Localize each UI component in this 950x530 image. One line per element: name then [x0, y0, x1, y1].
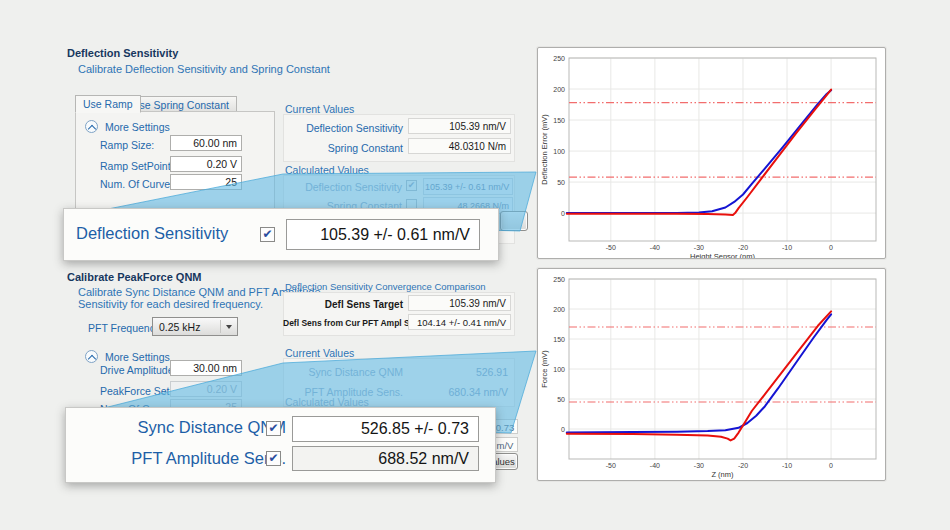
current-spring-constant-label: Spring Constant	[283, 142, 403, 154]
callout2-sync-distance-label: Sync Distance QNM	[101, 418, 286, 437]
current-spring-constant-value: 48.0310 N/m	[408, 138, 511, 154]
callout1-label: Deflection Sensitivity	[76, 224, 228, 243]
svg-text:-40: -40	[650, 462, 660, 469]
chevron-up-icon	[88, 124, 96, 132]
svg-text:-50: -50	[606, 462, 616, 469]
callout2-pft-ampl-checkbox[interactable]	[266, 451, 281, 466]
svg-text:100: 100	[553, 148, 565, 155]
panel1-title: Deflection Sensitivity	[67, 47, 178, 59]
callout2-pft-ampl-input[interactable]: 688.52 nm/V	[292, 446, 479, 471]
svg-text:0: 0	[561, 210, 565, 217]
svg-text:Z (nm): Z (nm)	[711, 470, 734, 479]
calc-defl-sens-label: Deflection Sensitivity	[283, 181, 402, 193]
calc-defl-sens-value: 105.39 +/- 0.61 nm/V	[423, 178, 513, 195]
svg-text:-20: -20	[738, 462, 748, 469]
ramp-size-input[interactable]: 60.00 nm	[170, 135, 242, 151]
callout2-sync-distance-checkbox[interactable]	[266, 421, 281, 436]
drive-amplitude-input[interactable]: 30.00 nm	[170, 360, 242, 376]
peakforce-qnm-callout: Sync Distance QNM 526.85 +/- 0.73 PFT Am…	[65, 407, 496, 483]
chart-deflection-error-vs-height-sensor: 050100150200250-50-40-30-20-100Height Se…	[537, 47, 886, 259]
current-defl-sens-value: 105.39 nm/V	[408, 118, 511, 134]
svg-text:0: 0	[561, 426, 565, 433]
svg-text:-10: -10	[782, 244, 792, 251]
collapse-more-settings2-icon[interactable]	[85, 350, 98, 363]
callout1-value-input[interactable]: 105.39 +/- 0.61 nm/V	[286, 219, 480, 250]
panel2-subtitle-line2: Sensitivity for each desired frequency.	[78, 298, 263, 310]
svg-text:0: 0	[829, 244, 833, 251]
ramp-size-label: Ramp Size:	[100, 139, 154, 151]
svg-text:250: 250	[553, 55, 565, 62]
defl-sens-from-cur-label: Defl Sens from Cur PFT Ampl Sens	[283, 318, 403, 328]
panel2-more-settings-label[interactable]: More Settings	[105, 351, 170, 363]
svg-text:-20: -20	[738, 244, 748, 251]
svg-text:-10: -10	[782, 462, 792, 469]
callout2-pft-ampl-label: PFT Amplitude Sens.	[101, 449, 286, 468]
svg-text:200: 200	[553, 306, 565, 313]
svg-text:50: 50	[557, 179, 565, 186]
sync-distance-qnm-value: 526.91	[408, 366, 508, 378]
svg-text:-50: -50	[606, 244, 616, 251]
svg-text:200: 200	[553, 86, 565, 93]
svg-text:-40: -40	[650, 244, 660, 251]
svg-text:0: 0	[829, 462, 833, 469]
current-defl-sens-label: Deflection Sensitivity	[283, 122, 403, 134]
calc-defl-sens-checkbox[interactable]	[406, 180, 417, 191]
collapse-more-settings-icon[interactable]	[85, 120, 98, 133]
panel1-hidden-button-fragment[interactable]	[500, 211, 528, 231]
deflection-sensitivity-callout: Deflection Sensitivity 105.39 +/- 0.61 n…	[63, 208, 499, 261]
svg-text:250: 250	[553, 276, 565, 283]
sync-distance-qnm-label: Sync Distance QNM	[283, 366, 403, 378]
convergence-header: Deflection Sensitivity Convergence Compa…	[285, 281, 486, 292]
svg-text:100: 100	[553, 366, 565, 373]
peakforce-setpoint-input[interactable]: 0.20 V	[170, 381, 242, 397]
chevron-up-icon	[88, 354, 96, 362]
panel1-more-settings-label[interactable]: More Settings	[105, 121, 170, 133]
callout2-sync-distance-input[interactable]: 526.85 +/- 0.73	[292, 416, 479, 442]
defl-sens-target-value: 105.39 nm/V	[408, 295, 511, 311]
ramp-setpoint-input[interactable]: 0.20 V	[170, 156, 242, 172]
panel1-subtitle: Calibrate Deflection Sensitivity and Spr…	[78, 63, 330, 75]
svg-text:150: 150	[553, 336, 565, 343]
dropdown-separator	[220, 320, 221, 333]
chart-force-vs-z: 050100150200250-50-40-30-20-100Z (nm)For…	[537, 268, 886, 481]
num-of-curves-label: Num. Of Curves:	[100, 178, 178, 190]
defl-sens-target-label: Defl Sens Target	[283, 299, 403, 310]
svg-text:-30: -30	[694, 244, 704, 251]
drive-amplitude-label: Drive Amplitude:	[100, 364, 176, 376]
pft-amplitude-sens-value: 680.34 nm/V	[408, 386, 508, 398]
svg-text:50: 50	[557, 396, 565, 403]
svg-text:Deflection Error (mV): Deflection Error (mV)	[540, 114, 549, 185]
panel2-title: Calibrate PeakForce QNM	[67, 271, 202, 283]
callout1-checkbox[interactable]	[260, 227, 275, 242]
dropdown-arrow-icon	[226, 325, 232, 329]
pft-frequency-dropdown[interactable]: 0.25 kHz	[152, 317, 238, 336]
svg-text:Height Sensor (nm): Height Sensor (nm)	[690, 252, 756, 258]
calibration-screen: Deflection Sensitivity Calibrate Deflect…	[0, 0, 950, 530]
svg-text:150: 150	[553, 117, 565, 124]
defl-sens-from-cur-value: 104.14 +/- 0.41 nm/V	[408, 314, 511, 330]
pft-frequency-value: 0.25 kHz	[159, 321, 200, 333]
ramp-setpoint-label: Ramp SetPoint:	[100, 160, 174, 172]
num-of-curves-input[interactable]: 25	[170, 174, 242, 190]
tab-use-ramp[interactable]: Use Ramp	[75, 95, 141, 113]
svg-text:-30: -30	[694, 462, 704, 469]
svg-text:Force (mV): Force (mV)	[540, 350, 549, 388]
